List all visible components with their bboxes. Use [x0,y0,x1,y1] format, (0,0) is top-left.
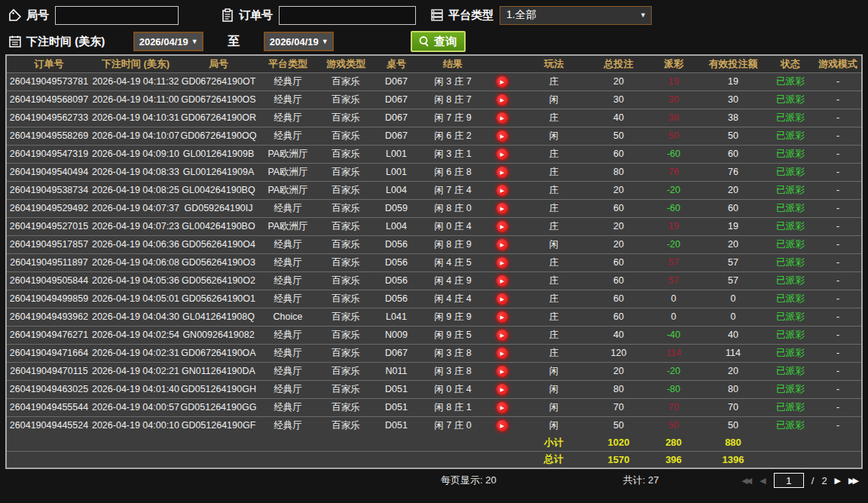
play-video-icon[interactable]: ▶ [497,384,508,395]
play-video-icon[interactable]: ▶ [497,275,508,287]
play-video-icon[interactable]: ▶ [497,330,508,341]
order-number-cell: 260419049511897 [7,253,91,271]
subtotal-valid-bet: 880 [700,434,766,451]
column-header-valid-bet: 有效投注额 [700,56,766,72]
replay-cell: ▶ [486,344,518,362]
table-row: 260419049463025 2026-04-19 04:01:40 GD05… [7,380,861,398]
play-video-icon[interactable]: ▶ [497,112,508,124]
order-number-cell: 260419049540494 [7,163,91,181]
order-number-cell: 260419049529492 [7,199,91,217]
first-page-icon[interactable]: ◀◀ [741,476,752,486]
table-header-row: 订单号 下注时间 (美东) 局号 平台类型 游戏类型 桌号 结果 玩法 总投注 … [7,56,861,72]
subtotal-payout: 280 [647,434,700,451]
game-type-cell: 百家乐 [319,127,373,145]
game-mode-cell: - [815,235,861,253]
game-type-cell: 百家乐 [319,398,373,416]
play-video-icon[interactable]: ▶ [497,203,508,214]
bet-time-cell: 2026-04-19 04:06:08 [91,253,180,271]
game-type-cell: 百家乐 [319,290,373,308]
play-video-icon[interactable]: ▶ [497,94,508,106]
round-number-cell: GD067264190OQ [180,127,257,145]
total-bet-cell: 20 [590,362,647,380]
play-video-icon[interactable]: ▶ [497,420,508,431]
status-cell: 已派彩 [766,217,815,235]
status-cell: 已派彩 [766,235,815,253]
order-no-input[interactable] [279,6,416,25]
order-number-cell: 260419049562733 [7,109,91,127]
play-type-cell: 庄 [518,109,590,127]
last-page-icon[interactable]: ▶▶ [848,476,859,486]
game-type-cell: 百家乐 [319,72,373,90]
total-bet-cell: 60 [590,308,647,326]
table-row: 260419049511897 2026-04-19 04:06:08 GD05… [7,253,861,271]
table-row: 260419049558269 2026-04-19 04:10:07 GD06… [7,127,861,145]
bets-table: 订单号 下注时间 (美东) 局号 平台类型 游戏类型 桌号 结果 玩法 总投注 … [5,54,863,469]
payout-cell: 50 [647,127,700,145]
play-video-icon[interactable]: ▶ [497,257,508,268]
total-bet-cell: 20 [590,217,647,235]
table-row: 260419049476271 2026-04-19 04:02:54 GN00… [7,326,861,344]
platform-select[interactable]: 1.全部 ▼ [500,6,652,25]
bet-time-cell: 2026-04-19 04:09:10 [91,145,180,163]
play-video-icon[interactable]: ▶ [497,348,508,359]
result-cell: 闲 6 庄 2 [420,127,486,145]
replay-cell: ▶ [486,109,518,127]
play-video-icon[interactable]: ▶ [497,366,508,377]
total-bet-cell: 50 [590,416,647,434]
game-mode-cell: - [815,290,861,308]
game-mode-cell: - [815,90,861,109]
pagination: ◀◀ ◀ / 2 ▶ ▶▶ [741,473,859,488]
status-cell: 已派彩 [766,308,815,326]
table-row: 260419049562733 2026-04-19 04:10:31 GD06… [7,109,861,127]
payout-cell: -80 [647,380,700,398]
play-type-cell: 庄 [518,217,590,235]
order-number-cell: 260419049445524 [7,416,91,434]
filter-bar: 局号 订单号 平台类型 1.全部 ▼ 下注时间 (美东) 2026/04/19 … [0,0,868,53]
date-from-picker[interactable]: 2026/04/19 ▼ [133,32,203,51]
game-no-input[interactable] [55,6,179,25]
play-video-icon[interactable]: ▶ [497,239,508,250]
next-page-icon[interactable]: ▶ [835,476,841,486]
result-cell: 闲 0 庄 4 [420,380,486,398]
bet-time-cell: 2026-04-19 04:00:10 [91,416,180,434]
play-video-icon[interactable]: ▶ [497,311,508,323]
list-icon [429,8,445,23]
result-cell: 闲 8 庄 1 [420,398,486,416]
play-video-icon[interactable]: ▶ [497,221,508,232]
clipboard-icon [220,8,235,23]
valid-bet-cell: 40 [700,326,766,344]
play-video-icon[interactable]: ▶ [497,76,508,87]
game-mode-cell: - [815,271,861,290]
footer-bar: 每页显示: 20 共计: 27 ◀◀ ◀ / 2 ▶ ▶▶ [0,469,868,492]
order-number-cell: 260419049499859 [7,290,91,308]
replay-cell: ▶ [486,181,518,199]
column-header-play-type: 玩法 [518,56,590,72]
play-type-cell: 庄 [518,344,590,362]
table-row: 260419049538734 2026-04-19 04:08:25 GL00… [7,181,861,199]
order-number-cell: 260419049476271 [7,326,91,344]
game-type-cell: 百家乐 [319,235,373,253]
payout-cell: 57 [647,253,700,271]
play-video-icon[interactable]: ▶ [497,167,508,178]
result-cell: 闲 8 庄 0 [420,199,486,217]
prev-page-icon[interactable]: ◀ [760,476,766,486]
play-video-icon[interactable]: ▶ [497,185,508,196]
page-number-input[interactable] [774,473,804,488]
replay-cell: ▶ [486,416,518,434]
grand-total-label: 总计 [518,451,590,468]
query-button[interactable]: 查询 [411,31,466,52]
table-number-cell: D059 [373,199,420,217]
play-video-icon[interactable]: ▶ [497,293,508,305]
payout-cell: 114 [647,344,700,362]
table-row: 260419049499859 2026-04-19 04:05:01 GD05… [7,290,861,308]
play-video-icon[interactable]: ▶ [497,130,508,142]
table-number-cell: D056 [373,271,420,290]
play-type-cell: 闲 [518,127,590,145]
replay-cell: ▶ [486,217,518,235]
date-to-picker[interactable]: 2026/04/19 ▼ [264,32,334,51]
round-number-cell: GD067264190OA [180,344,257,362]
play-video-icon[interactable]: ▶ [497,402,508,413]
result-cell: 闲 3 庄 1 [420,145,486,163]
replay-cell: ▶ [486,290,518,308]
play-video-icon[interactable]: ▶ [497,149,508,160]
